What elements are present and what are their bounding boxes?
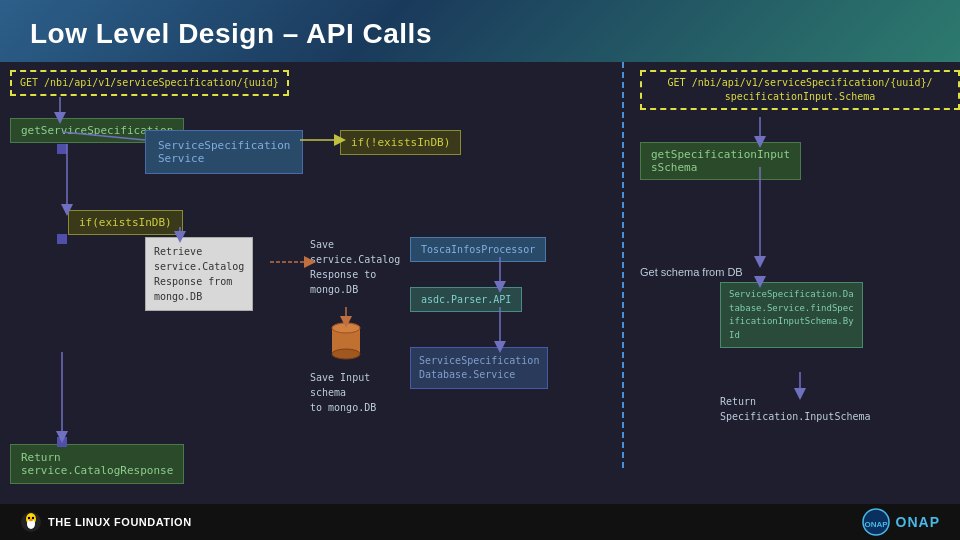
linux-label: THE LINUX FOUNDATION xyxy=(48,516,192,528)
get-label-left: GET /nbi/api/v1/serviceSpecification/{uu… xyxy=(10,70,289,96)
divider xyxy=(622,62,624,468)
main-area: GET /nbi/api/v1/serviceSpecification/{uu… xyxy=(0,62,960,504)
get-spec-input-box: getSpecificationInput sSchema xyxy=(640,142,801,180)
retrieve-box: Retrieveservice.CatalogResponse frommong… xyxy=(145,237,253,311)
svg-point-21 xyxy=(28,517,30,519)
return-spec-box: Return Specification.InputSchema xyxy=(720,394,871,424)
page-title: Low Level Design – API Calls xyxy=(30,18,432,49)
get-badge-right: GET /nbi/api/v1/serviceSpecification/{uu… xyxy=(640,70,960,110)
svg-text:ONAP: ONAP xyxy=(864,520,888,529)
if-exists-box: if(existsInDB) xyxy=(68,210,183,235)
mongodb-icon xyxy=(330,322,362,366)
service-spec-service-box: ServiceSpecificationService xyxy=(145,130,303,174)
return-label-box: Return service.CatalogResponse xyxy=(10,444,184,484)
bullet-3 xyxy=(57,437,67,447)
get-badge-left: GET /nbi/api/v1/serviceSpecification/{uu… xyxy=(10,70,289,96)
svg-point-2 xyxy=(332,349,360,359)
save-input-label: Save Inputschemato mongo.DB xyxy=(310,370,376,415)
onap-label: ONAP xyxy=(896,514,940,530)
asdc-parser-box: asdc.Parser.API xyxy=(410,287,522,312)
tosca-infos-box: ToscaInfosProcessor xyxy=(410,237,546,262)
get-label-right: GET /nbi/api/v1/serviceSpecification/{uu… xyxy=(640,70,960,110)
header: Low Level Design – API Calls xyxy=(0,0,960,62)
onap-icon: ONAP xyxy=(862,508,890,536)
save-catalog-box: Saveservice.CatalogResponse tomongo.DB xyxy=(310,237,400,297)
if-exists-label: if(existsInDB) xyxy=(68,210,183,235)
save-catalog-label: Saveservice.CatalogResponse tomongo.DB xyxy=(310,237,400,297)
service-spec-service-label: ServiceSpecificationService xyxy=(145,130,303,174)
return-label: Return service.CatalogResponse xyxy=(10,444,184,484)
retrieve-label: Retrieveservice.CatalogResponse frommong… xyxy=(145,237,253,311)
page-container: Low Level Design – API Calls GET /nbi/ap… xyxy=(0,0,960,540)
bullet-2 xyxy=(57,234,67,244)
service-spec-da-box: ServiceSpecification.Da tabase.Service.f… xyxy=(720,282,863,348)
get-schema-text: Get schema from DB xyxy=(640,266,743,278)
svg-point-3 xyxy=(332,323,360,333)
tux-icon xyxy=(20,511,42,533)
if-not-exists-box: if(!existsInDB) xyxy=(340,130,461,155)
svg-point-22 xyxy=(32,517,34,519)
linux-foundation: THE LINUX FOUNDATION xyxy=(20,511,192,533)
service-spec-db-box: ServiceSpecificationDatabase.Service xyxy=(410,347,548,389)
service-spec-da-label: ServiceSpecification.Da tabase.Service.f… xyxy=(720,282,863,348)
footer: THE LINUX FOUNDATION ONAP ONAP xyxy=(0,504,960,540)
asdc-parser-label: asdc.Parser.API xyxy=(410,287,522,312)
save-input-text: Save Inputschemato mongo.DB xyxy=(310,370,376,415)
if-not-exists-label: if(!existsInDB) xyxy=(340,130,461,155)
get-spec-input-label: getSpecificationInput sSchema xyxy=(640,142,801,180)
onap-branding: ONAP ONAP xyxy=(862,508,940,536)
get-schema-label: Get schema from DB xyxy=(640,262,743,280)
service-spec-db-label: ServiceSpecificationDatabase.Service xyxy=(410,347,548,389)
bullet-1 xyxy=(57,144,67,154)
return-spec-label: Return Specification.InputSchema xyxy=(720,394,871,424)
svg-point-23 xyxy=(29,519,33,521)
tosca-infos-label: ToscaInfosProcessor xyxy=(410,237,546,262)
